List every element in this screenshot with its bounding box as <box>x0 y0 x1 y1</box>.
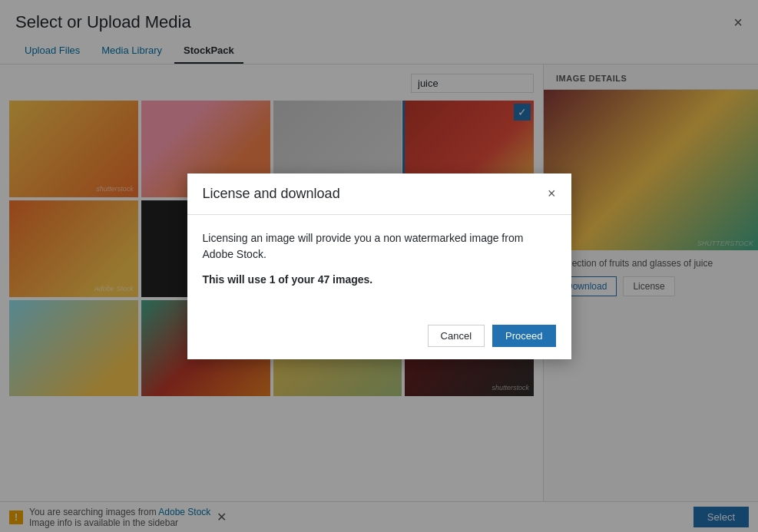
license-modal-header: License and download × <box>187 173 571 215</box>
license-usage-text: This will use 1 of your 47 images. <box>203 273 373 286</box>
license-modal: License and download × Licensing an imag… <box>187 173 571 359</box>
cancel-button[interactable]: Cancel <box>428 325 485 347</box>
modal-overlay: License and download × Licensing an imag… <box>0 0 758 532</box>
license-modal-title: License and download <box>203 186 340 202</box>
license-modal-close-button[interactable]: × <box>548 186 556 202</box>
proceed-button[interactable]: Proceed <box>492 325 555 347</box>
media-dialog: Select or Upload Media × Upload Files Me… <box>0 0 758 532</box>
license-modal-footer: Cancel Proceed <box>187 312 571 359</box>
license-body-text: Licensing an image will provide you a no… <box>203 230 556 263</box>
license-modal-body: Licensing an image will provide you a no… <box>187 215 571 312</box>
